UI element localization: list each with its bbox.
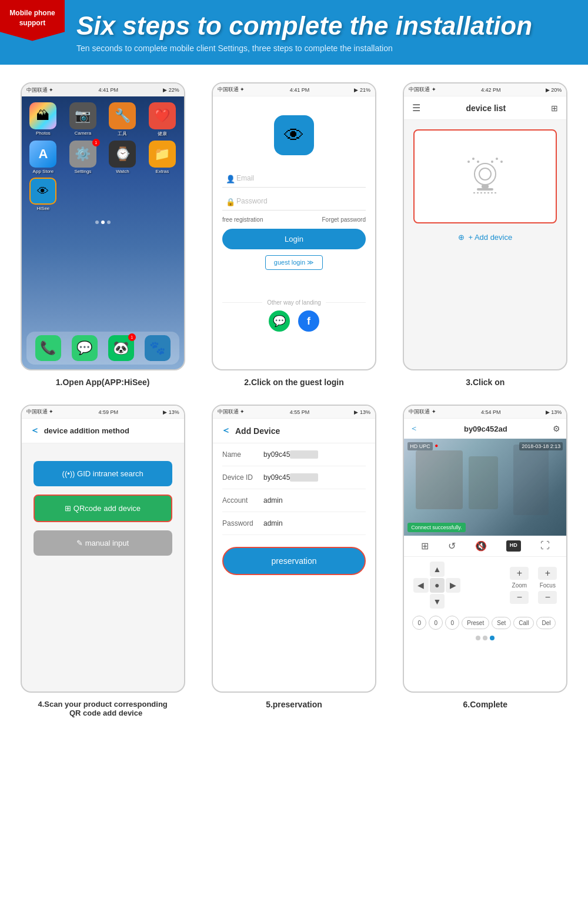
live-icon-row: ⊞ ↺ 🔇 HD ⛶: [404, 536, 566, 557]
back-icon-5[interactable]: ＜: [221, 425, 230, 437]
rotate-icon[interactable]: ↺: [448, 540, 456, 552]
status-carrier-2: 中国联通 ✦: [218, 86, 245, 93]
status-carrier-4: 中国联通 ✦: [26, 408, 54, 416]
ptz-center[interactable]: ●: [430, 578, 445, 593]
svg-point-7: [479, 168, 491, 180]
page-subtitle: Ten seconds to complete mobile client Se…: [76, 44, 576, 53]
grid-icon[interactable]: ⊞: [421, 540, 429, 552]
svg-point-5: [500, 161, 503, 163]
app-extras[interactable]: 📁 Extras: [144, 141, 181, 174]
form-value-account: admin: [263, 496, 283, 505]
form-label-deviceid: Device ID: [222, 473, 263, 482]
dock-messages[interactable]: 💬: [72, 335, 98, 361]
step-1-caption: 1.Open App(APP:HiSee): [56, 378, 150, 387]
dot-2: [483, 636, 487, 640]
step-5: 中国联通 ✦ 4:55 PM ▶ 13% ＜ Add Device Name b…: [203, 405, 385, 717]
dock-phone[interactable]: 📞: [35, 335, 61, 361]
live-date: 2018-03-18 2:13: [519, 442, 563, 450]
login-button[interactable]: Login: [222, 229, 366, 249]
form-label-account: Account: [222, 496, 263, 505]
app-label-hisee: HiSee: [37, 206, 50, 211]
preset-num-0a[interactable]: 0: [412, 616, 426, 630]
app-label-settings: Settings: [74, 169, 91, 174]
status-battery-6: ▶ 13%: [546, 409, 562, 415]
add-device-btn[interactable]: ⊕ + Add device: [404, 233, 566, 242]
phone-3: 中国联通 ✦ 4:42 PM ▶ 20% ☰ device list ⊞: [403, 82, 567, 370]
svg-point-3: [491, 161, 493, 163]
step-4-caption: 4.Scan your product corresponding QR cod…: [38, 700, 168, 717]
app-watch[interactable]: ⌚ Watch: [105, 141, 141, 174]
step-4: 中国联通 ✦ 4:59 PM ▶ 13% ＜ device addition m…: [12, 405, 193, 717]
facebook-social-icon[interactable]: f: [298, 310, 319, 332]
dock-wechat[interactable]: 🐼 1: [108, 335, 134, 361]
settings-icon-6[interactable]: ⚙: [553, 424, 560, 433]
focus-plus[interactable]: +: [538, 567, 557, 580]
phone-6: 中国联通 ✦ 4:54 PM ▶ 13% ＜ by09c452ad ⚙ HD U…: [403, 405, 567, 693]
status-carrier-3: 中国联通 ✦: [409, 86, 436, 93]
method-title: device addition method: [44, 426, 129, 435]
svg-point-6: [475, 163, 496, 185]
app-photos[interactable]: 🏔 Photos: [25, 102, 62, 137]
notification-badge: 1: [92, 139, 100, 146]
app-settings[interactable]: ⚙️ 1 Settings: [65, 141, 101, 174]
ptz-up[interactable]: ▲: [430, 562, 445, 576]
wechat-social-icon[interactable]: 💬: [269, 310, 290, 332]
add-icon: ⊕: [458, 233, 465, 242]
gid-search-btn[interactable]: ((•)) GID intranet search: [34, 461, 172, 486]
phone-4: 中国联通 ✦ 4:59 PM ▶ 13% ＜ device addition m…: [21, 405, 185, 693]
form-value-password: admin: [263, 519, 283, 527]
app-hisee[interactable]: 👁 HiSee: [25, 178, 62, 211]
set-btn[interactable]: Set: [492, 617, 511, 629]
device-list-title: device list: [466, 103, 506, 113]
app-health[interactable]: ❤️ 健康: [144, 102, 181, 137]
zoom-minus[interactable]: −: [510, 591, 529, 604]
del-btn[interactable]: Del: [536, 617, 556, 629]
status-time-6: 4:54 PM: [481, 409, 501, 415]
live-device-name: by09c452ad: [464, 425, 507, 433]
guest-login-button[interactable]: guest login ≫: [265, 255, 323, 270]
step-3: 中国联通 ✦ 4:42 PM ▶ 20% ☰ device list ⊞: [395, 82, 576, 387]
zoom-focus-controls: + Zoom − + Focus −: [510, 567, 557, 604]
forget-password-link[interactable]: Forget password: [322, 216, 366, 223]
save-btn[interactable]: preservation: [222, 547, 366, 575]
add-device-title: Add Device: [235, 426, 280, 436]
status-time-2: 4:41 PM: [290, 87, 310, 93]
back-icon-4[interactable]: ＜: [30, 425, 39, 437]
hd-button[interactable]: HD: [506, 540, 521, 552]
ptz-section: ▲ ◀ ● ▶ ▼ + Zoom −: [404, 557, 566, 613]
step-5-caption: 5.preservation: [266, 700, 322, 709]
qrcode-add-btn[interactable]: ⊞ QRcode add device: [34, 495, 172, 522]
focus-minus[interactable]: −: [538, 591, 557, 604]
email-field[interactable]: Email: [222, 169, 366, 188]
manual-input-btn[interactable]: ✎ manual input: [34, 530, 172, 556]
call-btn[interactable]: Call: [513, 617, 534, 629]
preset-num-0b[interactable]: 0: [429, 616, 443, 630]
ptz-right[interactable]: ▶: [446, 578, 460, 593]
zoom-plus[interactable]: +: [510, 567, 529, 580]
dock-baidu[interactable]: 🐾: [145, 335, 171, 361]
app-appstore[interactable]: A App Store: [25, 141, 62, 174]
app-label-health: 健康: [158, 131, 167, 137]
fullscreen-icon[interactable]: ⛶: [540, 540, 550, 552]
status-time-1: 4:41 PM: [98, 87, 118, 93]
device-list-action-icon[interactable]: ⊞: [551, 103, 558, 113]
app-camera[interactable]: 📷 Camera: [65, 102, 101, 137]
menu-icon[interactable]: ☰: [412, 102, 420, 113]
password-field[interactable]: Password: [222, 192, 366, 211]
free-registration-link[interactable]: free registration: [222, 216, 263, 223]
ptz-left[interactable]: ◀: [413, 578, 428, 593]
dot-1: [476, 636, 480, 640]
email-icon: 👤: [226, 174, 235, 183]
mute-icon[interactable]: 🔇: [475, 540, 487, 552]
svg-point-4: [496, 158, 498, 160]
other-way-label: Other way of landing: [267, 299, 321, 306]
ptz-down[interactable]: ▼: [430, 594, 445, 609]
preset-num-0c[interactable]: 0: [445, 616, 459, 630]
back-icon-6[interactable]: ＜: [410, 423, 418, 434]
focus-label: Focus: [540, 582, 556, 589]
preset-btn[interactable]: Preset: [462, 617, 489, 629]
badge-text2: support: [19, 19, 46, 27]
form-label-password: Password: [222, 519, 263, 527]
record-indicator: ●: [435, 442, 438, 449]
app-tools[interactable]: 🔧 工具: [105, 102, 141, 137]
